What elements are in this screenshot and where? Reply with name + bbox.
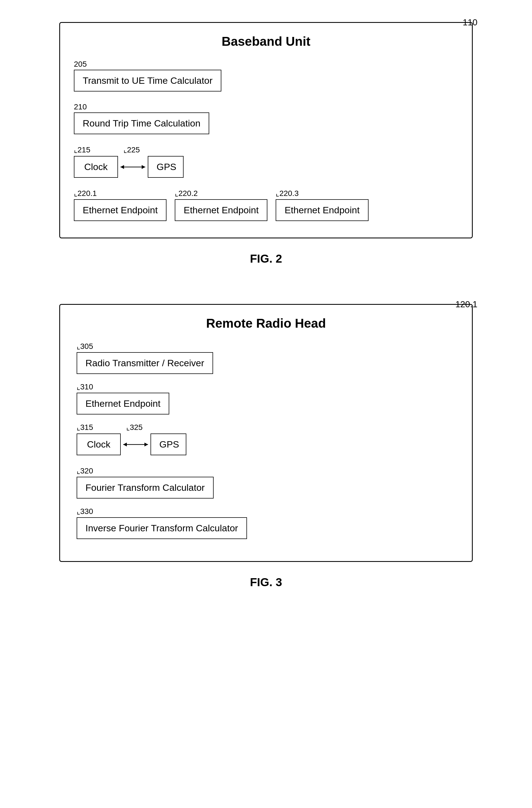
clock-gps-section: ⌞215 ⌞225 Clock bbox=[74, 145, 458, 178]
clock-box: Clock bbox=[74, 156, 118, 178]
fig2-title: Baseband Unit bbox=[74, 34, 458, 49]
fourier-row: ⌞320 Fourier Transform Calculator bbox=[77, 466, 455, 498]
fig3-remote-radio-head: 120.1 Remote Radio Head ⌞305 Radio Trans… bbox=[59, 304, 473, 562]
inverse-fourier-row: ⌞330 Inverse Fourier Transform Calculato… bbox=[77, 507, 455, 539]
inverse-fourier-box: Inverse Fourier Transform Calculator bbox=[77, 517, 247, 539]
ethernet-endpoints-section: ⌞220.1 Ethernet Endpoint ⌞220.2 Ethernet… bbox=[74, 189, 458, 221]
radio-tx-rx-ref: ⌞305 bbox=[77, 342, 455, 351]
ethernet1-box: Ethernet Endpoint bbox=[74, 199, 166, 221]
clock-ref-label: ⌞215 bbox=[74, 145, 90, 154]
fig3-gps-box: GPS bbox=[150, 434, 186, 455]
svg-marker-4 bbox=[123, 443, 127, 446]
ethernet2-box: Ethernet Endpoint bbox=[175, 199, 268, 221]
gps-box: GPS bbox=[148, 156, 184, 178]
transmit-calc-ref: 205 bbox=[74, 60, 458, 69]
round-trip-ref: 210 bbox=[74, 103, 458, 111]
ethernet3-container: ⌞220.3 Ethernet Endpoint bbox=[276, 189, 368, 221]
fig2-caption: FIG. 2 bbox=[59, 252, 473, 265]
svg-marker-1 bbox=[121, 165, 124, 169]
fig3-clock-box: Clock bbox=[77, 434, 121, 455]
inverse-fourier-ref: ⌞330 bbox=[77, 507, 455, 516]
ethernet3-box: Ethernet Endpoint bbox=[276, 199, 368, 221]
svg-marker-2 bbox=[142, 165, 145, 169]
round-trip-row: 210 Round Trip Time Calculation bbox=[74, 103, 458, 134]
svg-marker-5 bbox=[144, 443, 148, 446]
ethernet2-container: ⌞220.2 Ethernet Endpoint bbox=[175, 189, 268, 221]
fig3-ethernet-row: ⌞310 Ethernet Endpoint bbox=[77, 382, 455, 415]
fig3-clock-gps-section: ⌞315 ⌞325 Clock GPS bbox=[77, 423, 455, 455]
ethernet1-container: ⌞220.1 Ethernet Endpoint bbox=[74, 189, 166, 221]
fig3-ref-label: 120.1 bbox=[455, 299, 477, 310]
radio-tx-rx-box: Radio Transmitter / Receiver bbox=[77, 352, 213, 374]
ethernet1-ref: ⌞220.1 bbox=[74, 189, 166, 198]
ethernet2-ref: ⌞220.2 bbox=[175, 189, 268, 198]
transmit-calculator-box: Transmit to UE Time Calculator bbox=[74, 70, 221, 91]
fig3-caption: FIG. 3 bbox=[59, 576, 473, 589]
clock-gps-row: Clock GPS bbox=[74, 156, 458, 178]
fourier-ref: ⌞320 bbox=[77, 466, 455, 475]
fig3-title: Remote Radio Head bbox=[77, 316, 455, 331]
fig3-gps-ref-label: ⌞325 bbox=[126, 423, 143, 432]
radio-tx-rx-row: ⌞305 Radio Transmitter / Receiver bbox=[77, 342, 455, 374]
fig3-ethernet-ref: ⌞310 bbox=[77, 382, 455, 391]
fig2-baseband-unit: 110 Baseband Unit 205 Transmit to UE Tim… bbox=[59, 22, 473, 238]
gps-ref-label: ⌞225 bbox=[124, 145, 140, 154]
round-trip-box: Round Trip Time Calculation bbox=[74, 112, 209, 134]
transmit-calculator-row: 205 Transmit to UE Time Calculator bbox=[74, 60, 458, 91]
fig3-clock-gps-row: Clock GPS bbox=[77, 434, 455, 455]
fig3-clock-ref-label: ⌞315 bbox=[77, 423, 93, 432]
fig3-ethernet-box: Ethernet Endpoint bbox=[77, 393, 169, 415]
fig2-ref-label: 110 bbox=[463, 17, 477, 27]
fourier-box: Fourier Transform Calculator bbox=[77, 477, 214, 498]
ethernet3-ref: ⌞220.3 bbox=[276, 189, 368, 198]
